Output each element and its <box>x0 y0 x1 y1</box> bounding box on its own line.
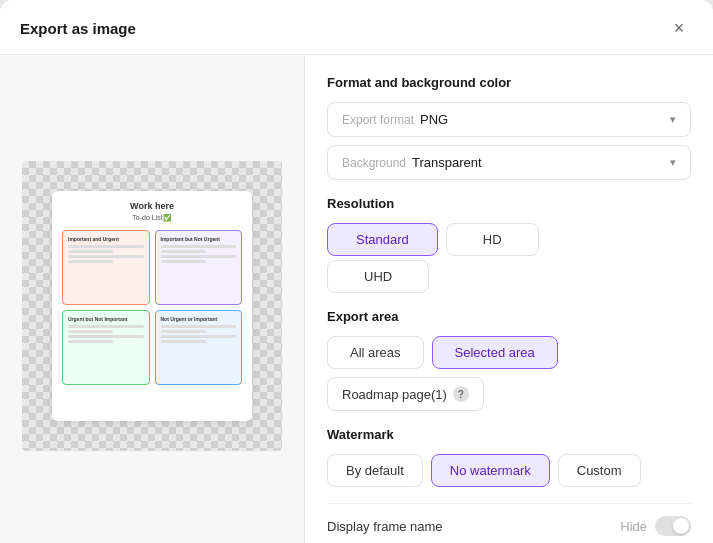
background-hint: Background <box>342 156 406 170</box>
card-title-1: Important and Urgent <box>68 236 144 242</box>
export-area-section: Export area All areas Selected area Road… <box>327 309 691 411</box>
area-row-2: Roadmap page(1) ? <box>327 377 691 411</box>
chevron-down-icon: ▾ <box>670 113 676 126</box>
resolution-btn-group-2: UHD <box>327 260 691 293</box>
export-dialog: Export as image × Work here To-do List✅ … <box>0 0 713 543</box>
standard-button[interactable]: Standard <box>327 223 438 256</box>
uhd-button[interactable]: UHD <box>327 260 429 293</box>
preview-card-purple: Important but Not Urgent <box>155 230 243 305</box>
custom-button[interactable]: Custom <box>558 454 641 487</box>
preview-card-green: Urgent but Not Important <box>62 310 150 385</box>
background-dropdown[interactable]: Background Transparent ▾ <box>327 145 691 180</box>
area-row-1: All areas Selected area <box>327 336 691 369</box>
dialog-body: Work here To-do List✅ Important and Urge… <box>0 55 713 543</box>
close-button[interactable]: × <box>665 14 693 42</box>
export-format-dropdown[interactable]: Export format PNG ▾ <box>327 102 691 137</box>
card-title-3: Urgent but Not Important <box>68 316 144 322</box>
roadmap-button[interactable]: Roadmap page(1) ? <box>327 377 484 411</box>
dialog-title: Export as image <box>20 20 136 37</box>
divider <box>327 503 691 504</box>
preview-card-blue: Not Urgent or Important <box>155 310 243 385</box>
watermark-section: Watermark By default No watermark Custom <box>327 427 691 487</box>
toggle-row: Hide <box>620 516 691 536</box>
format-section-label: Format and background color <box>327 75 691 90</box>
all-areas-button[interactable]: All areas <box>327 336 424 369</box>
hide-label: Hide <box>620 519 647 534</box>
format-section: Format and background color Export forma… <box>327 75 691 180</box>
preview-card-orange: Important and Urgent <box>62 230 150 305</box>
preview-grid: Important and Urgent Important but Not U… <box>62 230 242 385</box>
preview-todo: To-do List✅ <box>62 214 242 222</box>
display-frame-toggle[interactable] <box>655 516 691 536</box>
hd-button[interactable]: HD <box>446 223 539 256</box>
preview-inner: Work here To-do List✅ Important and Urge… <box>52 191 252 421</box>
roadmap-label: Roadmap page(1) <box>342 387 447 402</box>
toggle-knob <box>673 518 689 534</box>
resolution-section-label: Resolution <box>327 196 691 211</box>
card-title-2: Important but Not Urgent <box>161 236 237 242</box>
display-frame-row: Display frame name Hide <box>327 516 691 536</box>
display-frame-label: Display frame name <box>327 519 443 534</box>
resolution-section: Resolution Standard HD UHD <box>327 196 691 293</box>
format-value: PNG <box>420 112 448 127</box>
card-title-4: Not Urgent or Important <box>161 316 237 322</box>
resolution-btn-group: Standard HD <box>327 223 691 256</box>
dialog-header: Export as image × <box>0 0 713 55</box>
no-watermark-button[interactable]: No watermark <box>431 454 550 487</box>
by-default-button[interactable]: By default <box>327 454 423 487</box>
watermark-label: Watermark <box>327 427 691 442</box>
background-value: Transparent <box>412 155 482 170</box>
help-icon: ? <box>453 386 469 402</box>
preview-canvas: Work here To-do List✅ Important and Urge… <box>22 161 282 451</box>
watermark-btn-group: By default No watermark Custom <box>327 454 691 487</box>
chevron-down-icon-2: ▾ <box>670 156 676 169</box>
settings-panel: Format and background color Export forma… <box>305 55 713 543</box>
export-area-label: Export area <box>327 309 691 324</box>
preview-work-title: Work here <box>62 201 242 211</box>
format-hint: Export format <box>342 113 414 127</box>
selected-area-button[interactable]: Selected area <box>432 336 558 369</box>
preview-panel: Work here To-do List✅ Important and Urge… <box>0 55 305 543</box>
